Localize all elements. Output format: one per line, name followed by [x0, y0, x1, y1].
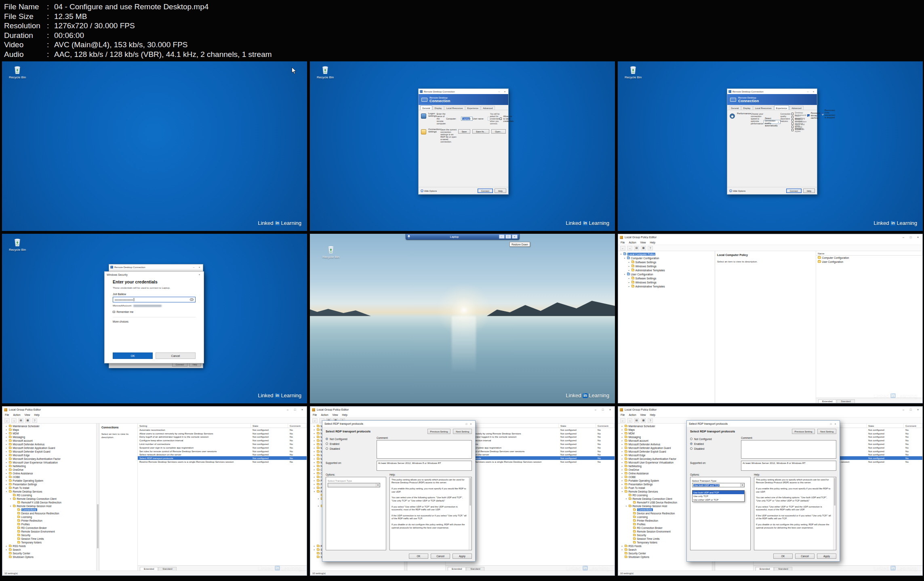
persistent-bitmap-row[interactable]: Persistent bitmap caching: [807, 114, 820, 117]
tree-expander-icon[interactable]: ▸: [5, 472, 8, 474]
column-state[interactable]: State: [251, 424, 288, 428]
tree-expander-icon[interactable]: ▸: [5, 447, 8, 449]
tree-item[interactable]: ▸Online Assistance: [2, 472, 99, 475]
ok-button[interactable]: OK: [409, 554, 428, 559]
tree-item[interactable]: ▸Windows Settings: [618, 264, 715, 268]
toolbar-icon[interactable]: ←: [312, 418, 318, 423]
menu-item[interactable]: Action: [13, 413, 20, 416]
close-icon[interactable]: ×: [915, 236, 921, 239]
help-scrollbar[interactable]: [833, 477, 836, 550]
minimize-icon[interactable]: –: [285, 408, 290, 411]
minimize-icon[interactable]: –: [806, 90, 810, 93]
close-icon[interactable]: ×: [811, 90, 816, 93]
tree-item[interactable]: ▸Microsoft Defender Antivirus: [2, 443, 99, 446]
tree-item[interactable]: ▸Software Settings: [618, 260, 715, 264]
tree-item[interactable]: ▸Maintenance Scheduler: [2, 424, 99, 428]
tree-expander-icon[interactable]: ▸: [5, 436, 8, 438]
radio-icon[interactable]: [690, 443, 692, 445]
tree-item[interactable]: ▸Administrative Templates: [618, 268, 715, 272]
toolbar-icon[interactable]: ←: [620, 418, 625, 423]
enabled-radio[interactable]: Enabled: [690, 441, 738, 446]
tree-item[interactable]: ▸Software Settings: [618, 276, 715, 280]
tree-expander-icon[interactable]: ▸: [5, 469, 8, 471]
tree-expander-icon[interactable]: ▾: [5, 491, 8, 493]
radio-icon[interactable]: [326, 438, 328, 440]
setting-row[interactable]: Configure keep-alive connection interval…: [138, 438, 307, 442]
column-name[interactable]: Name: [816, 251, 922, 255]
tree-expander-icon[interactable]: ▸: [5, 465, 8, 467]
cancel-button[interactable]: Cancel: [431, 554, 450, 559]
node-row[interactable]: User Configuration: [816, 260, 922, 264]
tree-item[interactable]: Device and Resource Redirection: [2, 512, 99, 515]
minimize-icon[interactable]: –: [497, 90, 501, 93]
maximize-icon[interactable]: □: [908, 408, 913, 411]
disabled-radio[interactable]: Disabled: [690, 446, 738, 451]
tree-expander-icon[interactable]: ▸: [621, 483, 623, 485]
apply-button[interactable]: Apply: [817, 554, 836, 559]
tree-expander-icon[interactable]: ▸: [628, 285, 630, 287]
node-row[interactable]: Computer Configuration: [816, 256, 922, 260]
tree-expander-icon[interactable]: ▸: [313, 545, 316, 547]
feature-checkbox[interactable]: [791, 129, 794, 131]
tab-extended[interactable]: Extended: [818, 399, 836, 403]
not-configured-radio[interactable]: Not Configured: [326, 436, 373, 441]
transport-type-combobox[interactable]: Use both UDP and TCP ▼: [328, 483, 380, 487]
close-icon[interactable]: ×: [197, 266, 202, 268]
tree-expander-icon[interactable]: ▾: [620, 253, 622, 255]
persistent-bitmap-checkbox[interactable]: [807, 114, 810, 117]
tree-expander-icon[interactable]: ▾: [623, 257, 626, 259]
tree-item[interactable]: ▸Search: [2, 548, 99, 552]
toolbar-icon[interactable]: ▤: [634, 246, 639, 250]
tree-expander-icon[interactable]: ▾: [317, 505, 320, 507]
frame-5-remote-session[interactable]: Recycle Bin Laptop – □ × Restore Down Li…: [310, 234, 615, 403]
feature-checkbox[interactable]: [791, 119, 794, 122]
tree-expander-icon[interactable]: ▸: [621, 432, 623, 434]
tree-item[interactable]: Security: [2, 533, 99, 537]
tree-expander-icon[interactable]: ▸: [621, 454, 623, 456]
toolbar-icon[interactable]: ←: [4, 418, 10, 423]
tree-expander-icon[interactable]: ▾: [9, 505, 12, 507]
tree-item[interactable]: ▾User Configuration: [618, 272, 715, 276]
tree-expander-icon[interactable]: ▸: [621, 436, 623, 438]
tree-expander-icon[interactable]: ▸: [313, 432, 316, 434]
tree-expander-icon[interactable]: ▸: [5, 429, 8, 431]
column-setting[interactable]: Setting: [138, 424, 251, 428]
column-state[interactable]: State: [559, 424, 596, 428]
maximize-icon[interactable]: □: [600, 408, 606, 411]
tree-expander-icon[interactable]: ▾: [9, 498, 12, 500]
maximize-icon[interactable]: □: [908, 236, 913, 239]
tree-expander-icon[interactable]: ▸: [313, 487, 316, 489]
more-choices-link[interactable]: More choices: [113, 320, 196, 323]
tree-expander-icon[interactable]: ▸: [5, 545, 8, 547]
open-button[interactable]: Open...: [491, 129, 506, 134]
tree-item[interactable]: Connections: [2, 508, 99, 512]
remote-recycle-bin-shortcut[interactable]: Recycle Bin: [320, 244, 342, 259]
tree-scrollbar[interactable]: [96, 424, 99, 571]
feature-row[interactable]: Visual styles: [791, 128, 806, 132]
tree-item[interactable]: Printer Redirection: [2, 519, 99, 522]
setting-row[interactable]: Suspend user sign-in to complete app reg…: [138, 446, 307, 449]
toolbar-icon[interactable]: ▤: [634, 418, 639, 423]
frame-4-credentials[interactable]: Recycle Bin Remote Desktop Connection – …: [2, 234, 307, 403]
tree-expander-icon[interactable]: ▾: [625, 505, 627, 507]
tree-item[interactable]: ▾Remote Desktop Session Host: [2, 504, 99, 508]
tree-expander-icon[interactable]: ▸: [313, 447, 316, 449]
menu-item[interactable]: File: [621, 413, 625, 416]
frame-9-rdp-policy-dropdown[interactable]: Local Group Policy Editor – □ × FileActi…: [618, 406, 923, 576]
rdc-tab[interactable]: Display: [433, 106, 444, 110]
help-button[interactable]: Help: [803, 189, 815, 193]
next-setting-button[interactable]: Next Setting: [453, 429, 472, 434]
save-as-button[interactable]: Save As...: [472, 129, 489, 134]
previous-setting-button[interactable]: Previous Setting: [792, 429, 815, 434]
frame-2-rdc-general[interactable]: Recycle Bin Remote Desktop Connection – …: [310, 61, 615, 231]
tree-expander-icon[interactable]: ▾: [313, 491, 316, 493]
tree-expander-icon[interactable]: ▸: [621, 443, 623, 445]
tree-expander-icon[interactable]: ▸: [5, 451, 8, 453]
menu-item[interactable]: File: [5, 413, 9, 416]
toolbar-icon[interactable]: ▤: [18, 418, 23, 423]
menu-item[interactable]: Action: [629, 241, 636, 244]
tree-expander-icon[interactable]: ▸: [621, 440, 623, 442]
chevron-down-icon[interactable]: ▼: [470, 118, 471, 120]
tree-expander-icon[interactable]: ▸: [621, 447, 623, 449]
tree-expander-icon[interactable]: ▾: [621, 491, 623, 493]
